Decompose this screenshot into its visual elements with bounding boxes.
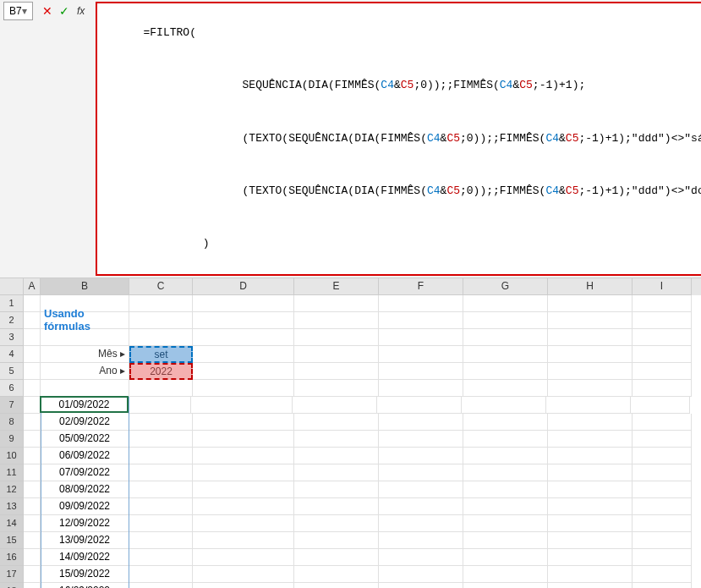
cell[interactable]: 16/09/2022 bbox=[41, 583, 129, 588]
cell[interactable] bbox=[633, 295, 692, 312]
cell[interactable] bbox=[463, 380, 548, 397]
cell[interactable] bbox=[633, 481, 692, 498]
row-header[interactable]: 11 bbox=[0, 464, 24, 481]
cell[interactable] bbox=[294, 515, 379, 532]
cell[interactable] bbox=[294, 566, 379, 583]
cell[interactable] bbox=[294, 431, 379, 448]
row-header[interactable]: 1 bbox=[0, 295, 24, 312]
cell[interactable] bbox=[24, 346, 41, 363]
cell[interactable] bbox=[633, 380, 692, 397]
cell[interactable] bbox=[379, 481, 463, 498]
cancel-icon[interactable]: ✕ bbox=[40, 3, 55, 19]
cell[interactable] bbox=[377, 397, 462, 414]
cell[interactable] bbox=[294, 549, 379, 566]
month-label[interactable]: Mês ▸ bbox=[41, 346, 129, 363]
cell[interactable] bbox=[379, 549, 463, 566]
row-header[interactable]: 4 bbox=[0, 346, 24, 363]
cell[interactable] bbox=[379, 448, 463, 464]
row-header[interactable]: 18 bbox=[0, 583, 24, 588]
row-header[interactable]: 5 bbox=[0, 363, 24, 380]
cell[interactable] bbox=[129, 583, 193, 588]
cell[interactable] bbox=[294, 414, 379, 431]
cell[interactable] bbox=[129, 431, 193, 448]
cell[interactable] bbox=[379, 498, 463, 515]
year-value-cell[interactable]: 2022 bbox=[129, 363, 193, 380]
row-header[interactable]: 6 bbox=[0, 380, 24, 397]
cell[interactable] bbox=[463, 566, 548, 583]
cell[interactable] bbox=[379, 380, 463, 397]
column-header[interactable]: C bbox=[129, 278, 193, 295]
cell[interactable] bbox=[294, 329, 379, 346]
cell[interactable] bbox=[463, 363, 548, 380]
cell[interactable] bbox=[129, 414, 193, 431]
name-box[interactable]: B7 ▾ bbox=[3, 2, 33, 20]
cell[interactable] bbox=[379, 329, 463, 346]
cell[interactable] bbox=[548, 481, 633, 498]
cell[interactable] bbox=[379, 464, 463, 481]
cell[interactable] bbox=[548, 532, 633, 549]
cell[interactable] bbox=[548, 583, 633, 588]
cell[interactable] bbox=[24, 380, 41, 397]
cell[interactable]: 13/09/2022 bbox=[41, 532, 129, 549]
cell[interactable] bbox=[633, 448, 692, 464]
cell[interactable] bbox=[633, 431, 692, 448]
column-header[interactable]: E bbox=[294, 278, 379, 295]
cell[interactable] bbox=[129, 515, 193, 532]
cell[interactable] bbox=[548, 295, 633, 312]
cell[interactable] bbox=[633, 498, 692, 515]
month-value-cell[interactable]: set bbox=[129, 346, 193, 363]
cell[interactable] bbox=[633, 312, 692, 329]
column-header[interactable]: B bbox=[41, 278, 129, 295]
cell[interactable] bbox=[379, 414, 463, 431]
cell[interactable]: 02/09/2022 bbox=[41, 414, 129, 431]
cell[interactable] bbox=[191, 397, 293, 414]
cell[interactable] bbox=[129, 549, 193, 566]
cell[interactable] bbox=[24, 295, 41, 312]
cell[interactable] bbox=[463, 431, 548, 448]
cell[interactable] bbox=[548, 515, 633, 532]
column-header[interactable]: F bbox=[379, 278, 463, 295]
cell[interactable] bbox=[548, 549, 633, 566]
cell[interactable] bbox=[193, 549, 294, 566]
enter-icon[interactable]: ✓ bbox=[57, 3, 72, 19]
cell[interactable] bbox=[294, 295, 379, 312]
cell[interactable] bbox=[41, 380, 129, 397]
row-header[interactable]: 14 bbox=[0, 515, 24, 532]
cell[interactable] bbox=[463, 498, 548, 515]
cell[interactable] bbox=[633, 515, 692, 532]
cell[interactable] bbox=[463, 312, 548, 329]
row-header[interactable]: 16 bbox=[0, 549, 24, 566]
cell[interactable] bbox=[193, 448, 294, 464]
cell[interactable] bbox=[631, 397, 690, 414]
cell[interactable] bbox=[379, 346, 463, 363]
cell[interactable] bbox=[24, 481, 41, 498]
row-header[interactable]: 8 bbox=[0, 414, 24, 431]
cell[interactable] bbox=[24, 312, 41, 329]
cell[interactable] bbox=[633, 583, 692, 588]
cell[interactable] bbox=[379, 583, 463, 588]
cell[interactable] bbox=[548, 566, 633, 583]
cell[interactable] bbox=[294, 498, 379, 515]
cell[interactable] bbox=[129, 312, 193, 329]
cell[interactable] bbox=[463, 515, 548, 532]
cell[interactable] bbox=[24, 464, 41, 481]
row-header[interactable]: 17 bbox=[0, 566, 24, 583]
row-header[interactable]: 7 bbox=[0, 397, 24, 414]
column-header[interactable]: H bbox=[548, 278, 633, 295]
cell[interactable] bbox=[463, 549, 548, 566]
cell[interactable] bbox=[633, 363, 692, 380]
cell[interactable] bbox=[129, 464, 193, 481]
cell[interactable] bbox=[294, 532, 379, 549]
cell[interactable] bbox=[294, 380, 379, 397]
cell[interactable] bbox=[548, 448, 633, 464]
active-cell[interactable]: 01/09/2022 bbox=[40, 396, 129, 413]
cell[interactable] bbox=[24, 532, 41, 549]
cell[interactable] bbox=[129, 481, 193, 498]
cell[interactable] bbox=[463, 583, 548, 588]
cell[interactable] bbox=[41, 329, 129, 346]
cell[interactable] bbox=[129, 498, 193, 515]
cell[interactable] bbox=[193, 414, 294, 431]
cell[interactable] bbox=[633, 532, 692, 549]
column-header[interactable]: D bbox=[193, 278, 294, 295]
cell[interactable] bbox=[463, 414, 548, 431]
